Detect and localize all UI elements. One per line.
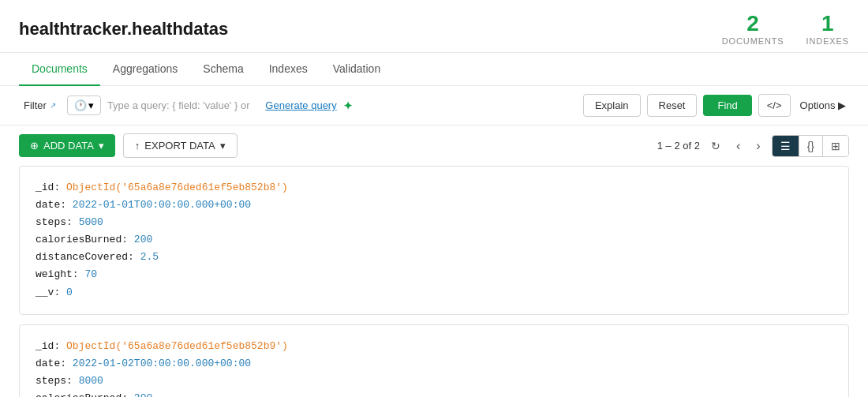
tab-aggregations[interactable]: Aggregations	[100, 53, 191, 86]
indexes-count: 1	[806, 13, 849, 35]
query-placeholder-text: Type a query: { field: 'value' } or	[107, 99, 250, 111]
explain-button[interactable]: Explain	[583, 94, 641, 117]
field-calories: caloriesBurned: 200	[36, 231, 832, 249]
add-data-label: ADD DATA	[43, 140, 94, 152]
toolbar-row: Filter ↗ 🕐 ▾ Type a query: { field: 'val…	[0, 86, 868, 125]
field-v: __v: 0	[36, 284, 832, 301]
refresh-icon: ↻	[711, 140, 720, 152]
table-view-button[interactable]: ⊞	[823, 136, 848, 156]
reset-button[interactable]: Reset	[647, 94, 698, 117]
field-calories: caloriesBurned: 300	[36, 390, 832, 397]
filter-button[interactable]: Filter ↗	[19, 96, 61, 114]
field-distance: distanceCovered: 2.5	[36, 249, 832, 266]
field-weight: weight: 70	[36, 266, 832, 283]
indexes-stat: 1 INDEXES	[806, 13, 849, 46]
time-filter-button[interactable]: 🕐 ▾	[67, 96, 101, 115]
generate-query-link[interactable]: Generate query	[265, 99, 336, 111]
top-stats: 2 DOCUMENTS 1 INDEXES	[722, 13, 849, 46]
collection-title: healthtracker.healthdatas	[19, 19, 228, 39]
field-date: date: 2022-01-02T00:00:00.000+00:00	[36, 355, 832, 373]
plus-circle-icon: ⊕	[30, 140, 39, 152]
list-view-button[interactable]: ☰	[773, 136, 799, 156]
add-data-chevron: ▾	[99, 140, 104, 152]
chevron-down-icon: ▾	[88, 99, 94, 111]
chevron-right-icon: ›	[756, 139, 760, 152]
json-view-button[interactable]: {}	[799, 136, 823, 156]
field-steps: steps: 8000	[36, 373, 832, 390]
documents-stat: 2 DOCUMENTS	[722, 13, 784, 46]
export-data-button[interactable]: ↑ EXPORT DATA ▾	[123, 133, 238, 158]
filter-label: Filter	[24, 99, 47, 111]
tab-validation[interactable]: Validation	[320, 53, 393, 86]
tabs-bar: Documents Aggregations Schema Indexes Va…	[0, 53, 868, 86]
action-left: ⊕ ADD DATA ▾ ↑ EXPORT DATA ▾	[19, 133, 238, 158]
field-id: _id: ObjectId('65a6a8e76ded61ef5eb852b8'…	[36, 179, 832, 197]
refresh-button[interactable]: ↻	[706, 138, 725, 154]
code-button[interactable]: </>	[758, 94, 791, 117]
top-bar: healthtracker.healthdatas 2 DOCUMENTS 1 …	[0, 0, 868, 53]
export-icon: ↑	[135, 140, 140, 152]
prev-page-button[interactable]: ‹	[731, 137, 745, 155]
document-card: _id: ObjectId('65a6a8e76ded61ef5eb852b8'…	[19, 166, 849, 315]
chevron-left-icon: ‹	[736, 139, 740, 152]
field-id: _id: ObjectId('65a6a8e76ded61ef5eb852b9'…	[36, 338, 832, 355]
find-button[interactable]: Find	[703, 95, 751, 116]
documents-count: 2	[722, 13, 784, 35]
view-toggle: ☰ {} ⊞	[772, 135, 849, 157]
clock-icon: 🕐	[74, 99, 87, 111]
plus-icon: ✦	[343, 99, 353, 112]
documents-label: DOCUMENTS	[722, 36, 784, 46]
field-date: date: 2022-01-01T00:00:00.000+00:00	[36, 197, 832, 214]
documents-container: _id: ObjectId('65a6a8e76ded61ef5eb852b8'…	[0, 166, 868, 397]
next-page-button[interactable]: ›	[751, 137, 765, 155]
indexes-label: INDEXES	[806, 36, 849, 46]
tab-indexes[interactable]: Indexes	[256, 53, 320, 86]
action-right: 1 – 2 of 2 ↻ ‹ › ☰ {} ⊞	[657, 135, 849, 157]
document-card: _id: ObjectId('65a6a8e76ded61ef5eb852b9'…	[19, 324, 849, 397]
export-data-label: EXPORT DATA	[144, 140, 215, 152]
pagination-text: 1 – 2 of 2	[657, 140, 700, 152]
filter-external-icon: ↗	[50, 101, 56, 110]
collection-name: healthtracker.healthdatas	[19, 19, 228, 39]
action-row: ⊕ ADD DATA ▾ ↑ EXPORT DATA ▾ 1 – 2 of 2 …	[0, 125, 868, 166]
tab-documents[interactable]: Documents	[19, 53, 100, 86]
export-data-chevron: ▾	[220, 140, 226, 152]
field-steps: steps: 5000	[36, 214, 832, 231]
add-data-button[interactable]: ⊕ ADD DATA ▾	[19, 134, 115, 157]
tab-schema[interactable]: Schema	[190, 53, 256, 86]
options-button[interactable]: Options ▶	[797, 95, 849, 116]
